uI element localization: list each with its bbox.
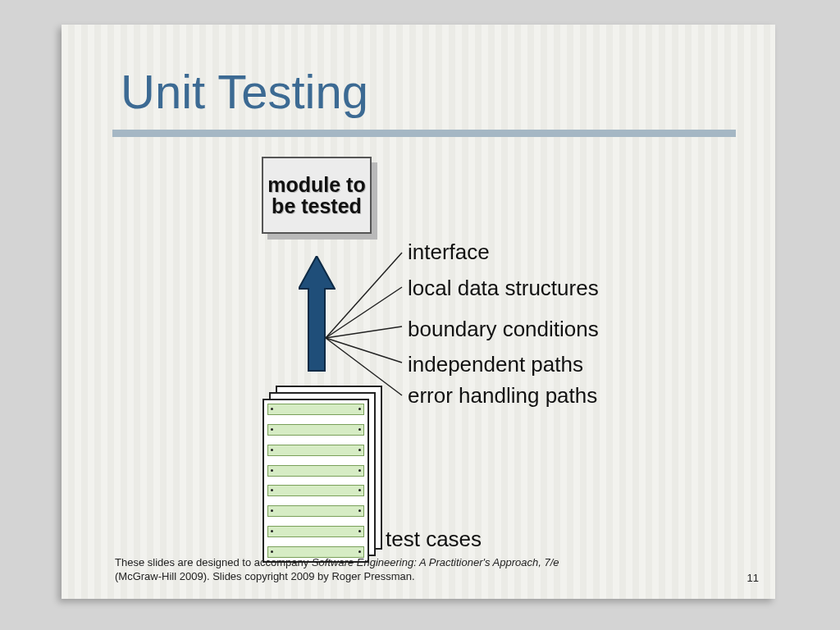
fan-item-interface: interface bbox=[408, 240, 490, 265]
fan-item-independent-paths: independent paths bbox=[408, 352, 583, 377]
fan-item-local-data-structures: local data structures bbox=[408, 276, 599, 301]
footer-text: These slides are designed to accompany S… bbox=[115, 555, 722, 584]
fan-lines bbox=[62, 25, 775, 599]
slide: Unit Testing module to be tested interfa… bbox=[62, 25, 775, 599]
svg-line-3 bbox=[326, 338, 402, 363]
svg-marker-5 bbox=[299, 256, 335, 371]
up-arrow-icon bbox=[299, 256, 336, 379]
footer-line2: (McGraw-Hill 2009). Slides copyright 200… bbox=[115, 570, 415, 582]
test-cases-label: test cases bbox=[386, 527, 482, 552]
fan-item-error-handling-paths: error handling paths bbox=[408, 383, 597, 409]
page-number: 11 bbox=[747, 572, 759, 584]
footer-prefix: These slides are designed to accompany bbox=[115, 556, 312, 568]
svg-line-2 bbox=[326, 326, 402, 338]
fan-item-boundary-conditions: boundary conditions bbox=[408, 317, 599, 342]
footer-book-title: Software Engineering: A Practitioner's A… bbox=[312, 556, 559, 568]
